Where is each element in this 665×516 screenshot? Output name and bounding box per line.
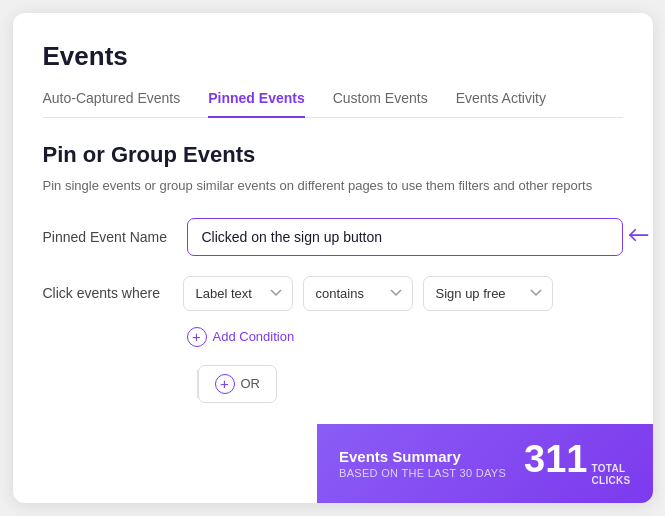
or-plus-icon: + xyxy=(215,374,235,394)
or-button[interactable]: + OR xyxy=(198,365,278,403)
add-condition-row: + Add Condition xyxy=(187,327,623,347)
pinned-event-name-row: Pinned Event Name xyxy=(43,218,623,256)
or-row: + OR xyxy=(187,365,623,403)
condition-value-select[interactable]: Sign up free Sign up Get started xyxy=(423,276,553,311)
events-summary-banner: Events Summary BASED ON THE LAST 30 DAYS… xyxy=(317,424,653,503)
tab-events-activity[interactable]: Events Activity xyxy=(456,90,546,118)
condition-operator-select[interactable]: contains equals starts with ends with xyxy=(303,276,413,311)
summary-title: Events Summary xyxy=(339,448,506,465)
summary-count-label: TOTAL CLICKS xyxy=(591,463,630,487)
pinned-event-label: Pinned Event Name xyxy=(43,229,173,245)
summary-count-block: 311 TOTAL CLICKS xyxy=(524,440,630,487)
pinned-event-input[interactable] xyxy=(187,218,623,256)
page-title: Events xyxy=(43,41,623,72)
arrow-indicator-icon xyxy=(623,225,651,249)
summary-text-block: Events Summary BASED ON THE LAST 30 DAYS xyxy=(339,448,506,479)
or-label: OR xyxy=(241,376,261,391)
condition-label: Click events where xyxy=(43,285,173,301)
main-card: Events Auto-Captured Events Pinned Event… xyxy=(13,13,653,503)
section-description: Pin single events or group similar event… xyxy=(43,176,623,196)
summary-subtitle: BASED ON THE LAST 30 DAYS xyxy=(339,467,506,479)
tab-custom-events[interactable]: Custom Events xyxy=(333,90,428,118)
summary-count: 311 xyxy=(524,440,587,478)
condition-row: Click events where Label text Element te… xyxy=(43,276,623,311)
condition-field-select[interactable]: Label text Element text URL CSS Selector xyxy=(183,276,293,311)
tab-bar: Auto-Captured Events Pinned Events Custo… xyxy=(43,90,623,118)
tab-auto-captured[interactable]: Auto-Captured Events xyxy=(43,90,181,118)
add-condition-label: Add Condition xyxy=(213,329,295,344)
add-condition-plus-icon: + xyxy=(187,327,207,347)
section-title: Pin or Group Events xyxy=(43,142,623,168)
tab-pinned-events[interactable]: Pinned Events xyxy=(208,90,304,118)
pinned-event-input-wrapper xyxy=(187,218,623,256)
add-condition-button[interactable]: + Add Condition xyxy=(187,327,295,347)
